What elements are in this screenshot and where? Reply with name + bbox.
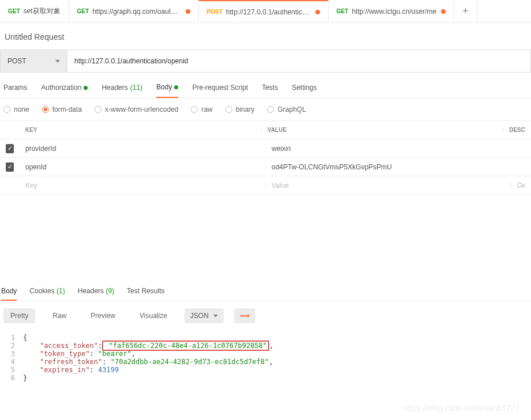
- tab-label: Body: [156, 83, 172, 91]
- desc-input[interactable]: [517, 181, 525, 190]
- radio-none[interactable]: none: [3, 105, 29, 113]
- unsaved-dot-icon: [186, 9, 190, 14]
- tab-body[interactable]: Body: [156, 83, 178, 98]
- top-tabs: GET set获取对象 GET https://graph.qq.com/oau…: [0, 0, 531, 23]
- cookies-count: (1): [57, 287, 65, 295]
- status-dot-icon: [174, 85, 178, 89]
- row-checkbox-cell[interactable]: ✓: [0, 144, 20, 153]
- value-input[interactable]: [272, 181, 505, 190]
- view-raw-button[interactable]: Raw: [46, 308, 73, 323]
- tab-label: Authorization: [41, 84, 81, 92]
- radio-urlencoded[interactable]: x-www-form-urlencoded: [95, 105, 178, 113]
- radio-label: none: [14, 105, 29, 113]
- row-desc[interactable]: [511, 181, 531, 190]
- tab-0[interactable]: GET set获取对象: [0, 0, 69, 22]
- json-line: 4 "refresh_token": "70a2ddbb-ae24-4282-9…: [0, 358, 531, 366]
- key-input[interactable]: [25, 181, 259, 190]
- chevron-down-icon: [213, 315, 218, 317]
- row-value[interactable]: weixin: [265, 145, 511, 153]
- url-row: POST: [0, 50, 531, 73]
- row-checkbox-cell[interactable]: ✓: [0, 162, 20, 172]
- method-selected: POST: [7, 57, 27, 65]
- row-key[interactable]: openId: [20, 163, 265, 171]
- tab-prerequest[interactable]: Pre-request Script: [192, 83, 248, 98]
- radio-icon: [225, 106, 232, 113]
- table-header: KEY VALUE DESC: [0, 121, 531, 139]
- tab-method: POST: [207, 9, 223, 15]
- tab-settings[interactable]: Settings: [292, 83, 317, 98]
- radio-icon: [191, 106, 198, 113]
- resp-tab-cookies[interactable]: Cookies (1): [29, 287, 65, 301]
- json-key: "access_token": [40, 342, 98, 350]
- row-key[interactable]: providerId: [20, 145, 265, 153]
- view-preview-button[interactable]: Preview: [84, 308, 122, 323]
- radio-label: form-data: [52, 105, 82, 113]
- tab-authorization[interactable]: Authorization: [41, 83, 88, 98]
- header-desc: DESC: [503, 127, 531, 133]
- line-number: 2: [0, 342, 23, 350]
- radio-binary[interactable]: binary: [225, 105, 255, 113]
- tab-title: http://127.0.0.1/authenticatio...: [226, 8, 311, 16]
- json-line: 2 "access_token": "faf656dc-220c-48e4-a1…: [0, 342, 531, 350]
- format-select[interactable]: JSON: [184, 308, 224, 323]
- tab-label: Cookies: [29, 287, 54, 295]
- radio-formdata[interactable]: form-data: [42, 105, 82, 113]
- add-tab-button[interactable]: +: [454, 0, 477, 22]
- status-dot-icon: [84, 86, 88, 90]
- tab-headers[interactable]: Headers (11): [101, 83, 142, 98]
- line-number: 6: [0, 374, 23, 382]
- formdata-table: KEY VALUE DESC ✓ providerId weixin ✓ ope…: [0, 120, 531, 195]
- row-value[interactable]: [265, 181, 511, 190]
- json-key: "refresh_token": [40, 358, 102, 366]
- wrap-lines-button[interactable]: ⟹: [234, 308, 255, 323]
- row-value[interactable]: od4PTw-OLCNGtVmsP5XkGvpPsPmU: [265, 163, 511, 171]
- row-key[interactable]: [20, 181, 265, 190]
- radio-graphql[interactable]: GraphQL: [267, 105, 306, 113]
- tab-tests[interactable]: Tests: [262, 83, 278, 98]
- tab-params[interactable]: Params: [3, 83, 27, 98]
- tab-method: GET: [337, 8, 349, 14]
- json-line: 5 "expires_in": 43199: [0, 366, 531, 374]
- json-line: 6}: [0, 374, 531, 382]
- resp-tab-testresults[interactable]: Test Results: [127, 287, 164, 301]
- radio-icon: [267, 106, 274, 113]
- format-label: JSON: [190, 312, 209, 320]
- tab-method: GET: [77, 8, 89, 14]
- header-value: VALUE: [261, 127, 503, 133]
- radio-icon: [95, 106, 101, 113]
- checkbox-icon: ✓: [6, 162, 14, 172]
- unsaved-dot-icon: [315, 10, 320, 14]
- radio-icon: [42, 106, 49, 113]
- json-response: 1{ 2 "access_token": "faf656dc-220c-48e4…: [0, 330, 531, 385]
- radio-raw[interactable]: raw: [191, 105, 212, 113]
- header-key: KEY: [20, 127, 261, 133]
- json-code: }: [23, 374, 27, 382]
- tab-3[interactable]: GET http://www.ictgu.cn/user/me: [329, 0, 454, 22]
- view-controls: Pretty Raw Preview Visualize JSON ⟹: [0, 301, 531, 330]
- method-select[interactable]: POST: [0, 50, 67, 73]
- json-code: "refresh_token": "70a2ddbb-ae24-4282-9d7…: [23, 358, 273, 366]
- tab-title: https://graph.qq.com/oauth2.0...: [92, 7, 180, 16]
- tab-1[interactable]: GET https://graph.qq.com/oauth2.0...: [69, 0, 199, 22]
- headers-count: (9): [106, 287, 114, 295]
- radio-icon: [3, 106, 10, 113]
- request-title[interactable]: Untitled Request: [0, 23, 531, 50]
- view-visualize-button[interactable]: Visualize: [133, 308, 174, 323]
- resp-tab-headers[interactable]: Headers (9): [78, 287, 114, 301]
- url-input[interactable]: [67, 50, 531, 73]
- json-code: "expires_in": 43199: [23, 366, 119, 374]
- table-row: ✓ providerId weixin: [0, 139, 531, 158]
- table-row: ✓ openId od4PTw-OLCNGtVmsP5XkGvpPsPmU: [0, 158, 531, 176]
- json-code: "access_token": "faf656dc-220c-48e4-a126…: [23, 342, 273, 350]
- tab-label: Headers: [78, 287, 104, 295]
- json-code: "token_type": "bearer",: [23, 350, 135, 358]
- tab-title: set获取对象: [24, 6, 61, 16]
- radio-label: GraphQL: [277, 105, 306, 113]
- json-string: "faf656dc-220c-48e4-a126-1c0767b92858": [109, 342, 268, 350]
- line-number: 4: [0, 358, 23, 366]
- json-code: {: [23, 334, 27, 342]
- view-pretty-button[interactable]: Pretty: [3, 308, 35, 323]
- tab-2[interactable]: POST http://127.0.0.1/authenticatio...: [199, 0, 329, 22]
- line-number: 5: [0, 366, 23, 374]
- resp-tab-body[interactable]: Body: [1, 287, 17, 301]
